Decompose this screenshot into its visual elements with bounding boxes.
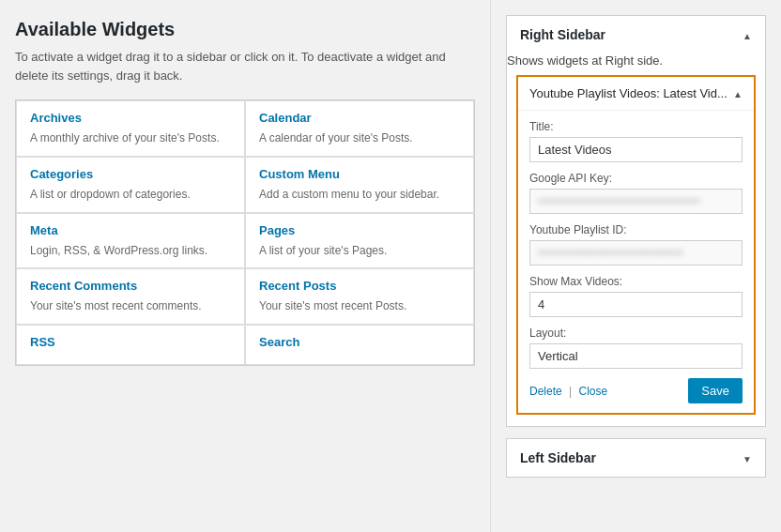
widget-item-desc: A calendar of your site's Posts. xyxy=(259,130,460,146)
left-sidebar-header[interactable]: Left Sidebar xyxy=(507,439,765,477)
widget-item[interactable]: CalendarA calendar of your site's Posts. xyxy=(245,100,474,157)
layout-label: Layout: xyxy=(529,327,743,340)
separator: | xyxy=(569,385,572,398)
widget-item[interactable]: RSS xyxy=(16,325,245,365)
panel-title: Available Widgets xyxy=(15,19,475,40)
max-videos-input[interactable] xyxy=(529,292,743,317)
card-actions: Delete | Close Save xyxy=(529,378,743,403)
title-input[interactable] xyxy=(529,137,743,162)
widget-item-title: Search xyxy=(259,335,460,349)
api-key-label: Google API Key: xyxy=(529,172,743,185)
widget-item-desc: Your site's most recent comments. xyxy=(30,298,231,314)
max-videos-field-group: Show Max Videos: xyxy=(529,275,743,317)
widget-item[interactable]: Recent CommentsYour site's most recent c… xyxy=(16,268,245,325)
widget-card-header[interactable]: Youtube Playlist Videos: Latest Vid... xyxy=(518,77,754,110)
widget-item-desc: A list or dropdown of categories. xyxy=(30,187,231,203)
title-label: Title: xyxy=(529,120,743,133)
layout-field-group: Layout: VerticalHorizontal xyxy=(529,327,743,369)
api-key-input[interactable]: •••••••••••••••••••••••••••••••••••••• xyxy=(529,189,743,214)
widget-item-title: Pages xyxy=(259,223,460,237)
widget-item-title: RSS xyxy=(30,335,231,349)
widget-chevron-up-icon xyxy=(733,86,743,100)
max-videos-label: Show Max Videos: xyxy=(529,275,743,288)
widget-item-desc: Your site's most recent Posts. xyxy=(259,298,460,314)
widget-item-title: Meta xyxy=(30,223,231,237)
api-key-field-group: Google API Key: ••••••••••••••••••••••••… xyxy=(529,172,743,214)
playlist-id-field-group: Youtube Playlist ID: •••••••••••••••••••… xyxy=(529,223,743,266)
card-action-links: Delete | Close xyxy=(529,385,607,398)
widget-item-title: Recent Comments xyxy=(30,279,231,293)
chevron-down-icon xyxy=(743,451,752,465)
chevron-up-icon xyxy=(743,28,752,42)
left-sidebar-section: Left Sidebar xyxy=(506,438,766,478)
close-link[interactable]: Close xyxy=(579,385,608,398)
widget-item-desc: A monthly archive of your site's Posts. xyxy=(30,130,231,146)
right-sidebar-desc: Shows widgets at Right side. xyxy=(507,53,765,68)
title-field-group: Title: xyxy=(529,120,743,162)
widget-item-desc: A list of your site's Pages. xyxy=(259,243,460,259)
youtube-widget-card: Youtube Playlist Videos: Latest Vid... T… xyxy=(516,75,756,415)
panel-description: To activate a widget drag it to a sideba… xyxy=(15,48,475,84)
playlist-id-input[interactable]: •••••••••••••••••••••••••••••••••• xyxy=(529,240,743,266)
delete-link[interactable]: Delete xyxy=(529,385,562,398)
widget-item-desc: Add a custom menu to your sidebar. xyxy=(259,187,460,203)
widget-card-body: Title: Google API Key: •••••••••••••••••… xyxy=(518,110,754,413)
widget-item[interactable]: Search xyxy=(245,325,474,365)
widgets-grid: ArchivesA monthly archive of your site's… xyxy=(15,99,475,366)
layout-select[interactable]: VerticalHorizontal xyxy=(529,343,743,369)
widget-card-title: Youtube Playlist Videos: Latest Vid... xyxy=(529,86,727,100)
right-panel: Right Sidebar Shows widgets at Right sid… xyxy=(490,0,781,532)
widget-item-title: Custom Menu xyxy=(259,167,460,181)
widget-item-title: Archives xyxy=(30,111,231,125)
widget-item[interactable]: MetaLogin, RSS, & WordPress.org links. xyxy=(16,213,245,269)
left-sidebar-title: Left Sidebar xyxy=(520,450,596,465)
widget-item[interactable]: Custom MenuAdd a custom menu to your sid… xyxy=(245,157,474,213)
available-widgets-panel: Available Widgets To activate a widget d… xyxy=(0,0,490,532)
widget-item[interactable]: CategoriesA list or dropdown of categori… xyxy=(16,157,245,213)
right-sidebar-title: Right Sidebar xyxy=(520,27,605,42)
right-sidebar-header[interactable]: Right Sidebar xyxy=(507,16,765,53)
right-sidebar-section: Right Sidebar Shows widgets at Right sid… xyxy=(506,15,766,427)
widget-item-title: Categories xyxy=(30,167,231,181)
widget-item-desc: Login, RSS, & WordPress.org links. xyxy=(30,243,231,259)
widget-item-title: Recent Posts xyxy=(259,279,460,293)
widget-item[interactable]: ArchivesA monthly archive of your site's… xyxy=(16,100,245,157)
widget-item[interactable]: Recent PostsYour site's most recent Post… xyxy=(245,268,474,325)
widget-item[interactable]: PagesA list of your site's Pages. xyxy=(245,213,474,269)
playlist-id-label: Youtube Playlist ID: xyxy=(529,223,743,236)
widget-item-title: Calendar xyxy=(259,111,460,125)
save-button[interactable]: Save xyxy=(688,378,743,403)
